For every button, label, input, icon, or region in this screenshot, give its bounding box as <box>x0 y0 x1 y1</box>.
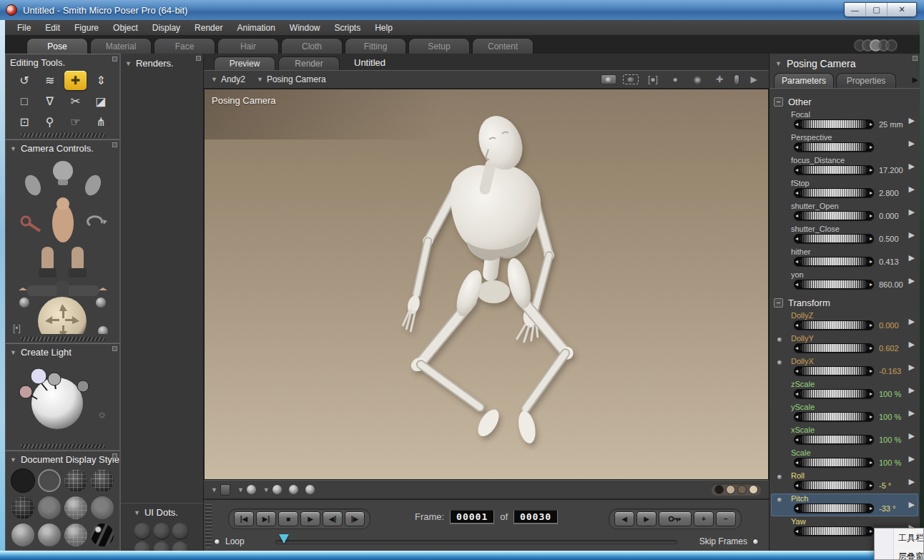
dial-right-arrow-icon[interactable]: ▸ <box>870 390 873 397</box>
panel-resize-handle[interactable] <box>21 337 105 341</box>
palette-overflow-arrow[interactable]: ▶ <box>913 75 918 84</box>
display-style-smooth-shaded[interactable] <box>38 524 61 546</box>
dial-right-arrow-icon[interactable]: ▸ <box>870 528 873 534</box>
menu-animation[interactable]: Animation <box>230 21 281 34</box>
dial-left-arrow-icon[interactable]: ◂ <box>795 368 798 374</box>
menu-help[interactable]: Help <box>368 21 399 34</box>
flash-camera-icon[interactable] <box>734 74 739 85</box>
more-icon[interactable]: ▶ <box>746 74 762 86</box>
collapse-triangle-icon[interactable]: ▼ <box>10 456 16 463</box>
menu-figure[interactable]: Figure <box>68 21 105 34</box>
ui-dot[interactable] <box>172 523 189 540</box>
parameter-menu-arrow[interactable]: ▶ <box>909 500 915 509</box>
dial-left-arrow-icon[interactable]: ◂ <box>795 482 798 488</box>
parameter-dial[interactable]: ◂▸ <box>794 211 874 220</box>
display-style-hidden-line[interactable] <box>91 469 114 492</box>
context-menu-item-toolbars[interactable]: 工具栏 <box>875 529 923 547</box>
dial-right-arrow-icon[interactable]: ▸ <box>870 281 873 288</box>
dial-right-arrow-icon[interactable]: ▸ <box>870 167 873 173</box>
dial-left-arrow-icon[interactable]: ◂ <box>795 144 798 150</box>
dial-right-arrow-icon[interactable]: ▸ <box>870 322 873 328</box>
parameter-menu-arrow[interactable]: ▶ <box>909 139 915 148</box>
dial-right-arrow-icon[interactable]: ▸ <box>870 482 873 488</box>
parameter-menu-arrow[interactable]: ▶ <box>909 363 915 372</box>
morphing-tool-tool[interactable]: ⋔ <box>89 112 112 132</box>
parameter-dial[interactable]: ◂▸ <box>794 366 874 375</box>
parameter-label[interactable]: hither <box>791 247 811 256</box>
background-swatch[interactable] <box>737 485 747 494</box>
parameter-label[interactable]: xScale <box>791 426 815 434</box>
twist-tool[interactable]: ≋ <box>39 71 62 90</box>
dial-left-arrow-icon[interactable]: ◂ <box>795 212 798 219</box>
direct-manipulation-tool[interactable]: ⚲ <box>39 112 62 132</box>
multi-ball-dropdown[interactable] <box>289 485 298 494</box>
dial-left-arrow-icon[interactable]: ◂ <box>795 235 798 242</box>
display-style-smooth-lined[interactable] <box>64 524 87 546</box>
parameter-menu-arrow[interactable]: ▶ <box>909 477 915 486</box>
move-camera-icon[interactable]: ✚ <box>712 74 727 86</box>
background-swatch[interactable] <box>726 485 735 494</box>
dial-left-arrow-icon[interactable]: ◂ <box>795 459 798 466</box>
parameter-label[interactable]: DollyX <box>791 357 814 365</box>
menu-render[interactable]: Render <box>188 21 229 34</box>
parameter-label[interactable]: Scale <box>791 448 811 457</box>
figure-selector[interactable]: ▼ Andy2 <box>211 74 245 84</box>
display-style-flat-lined[interactable] <box>64 496 87 519</box>
display-style-texture-shaded[interactable] <box>91 524 114 546</box>
scale-tool[interactable]: □ <box>13 92 36 111</box>
dial-right-arrow-icon[interactable]: ▸ <box>870 368 873 374</box>
parameter-menu-arrow[interactable]: ▶ <box>909 116 915 125</box>
timeline-thumb[interactable] <box>279 534 289 544</box>
parameter-label[interactable]: Roll <box>791 471 805 480</box>
panel-resize-handle[interactable] <box>21 133 105 137</box>
tab-hair[interactable]: Hair <box>217 38 279 54</box>
parameter-dial[interactable]: ◂▸ <box>794 257 874 266</box>
parameter-dial[interactable]: ◂▸ <box>794 165 874 175</box>
tab-face[interactable]: Face <box>154 38 215 54</box>
dial-right-arrow-icon[interactable]: ▸ <box>870 345 873 351</box>
parameter-label[interactable]: Perspective <box>791 133 832 142</box>
parameter-label[interactable]: shutter_Close <box>791 225 840 233</box>
parameter-dial[interactable]: ◂▸ <box>794 412 874 421</box>
ghost-ball-dropdown[interactable] <box>305 485 315 494</box>
tab-material[interactable]: Material <box>90 38 152 54</box>
dial-right-arrow-icon[interactable]: ▸ <box>870 258 873 265</box>
parameter-label[interactable]: yScale <box>791 403 815 411</box>
close-button[interactable]: ✕ <box>888 3 916 16</box>
rotate-tool[interactable]: ↺ <box>13 71 36 90</box>
timeline-slider[interactable] <box>275 540 677 544</box>
translate-pull-tool[interactable]: ✚ <box>64 71 87 90</box>
parameter-menu-arrow[interactable]: ▶ <box>909 207 915 217</box>
create-light-graphic[interactable]: ☼ <box>6 359 119 443</box>
grouping-tool[interactable]: ☞ <box>64 112 87 132</box>
parameter-menu-arrow[interactable]: ▶ <box>909 340 915 349</box>
parameter-dial[interactable]: ◂▸ <box>794 234 874 243</box>
previous-keyframe-button[interactable]: ◀ <box>614 511 634 526</box>
restore-button[interactable]: ▢ <box>866 3 888 16</box>
loop-toggle[interactable] <box>214 539 220 545</box>
doc-tab-preview[interactable]: Preview <box>214 57 275 70</box>
next-keyframe-button[interactable]: ▶ <box>637 511 657 526</box>
parameter-dial[interactable]: ◂▸ <box>794 458 874 467</box>
parameter-dial[interactable]: ◂▸ <box>794 280 874 289</box>
collapse-triangle-icon[interactable]: ▼ <box>134 509 140 516</box>
minimize-button[interactable]: — <box>845 3 866 16</box>
panel-grip-icon[interactable] <box>913 56 918 61</box>
background-swatch[interactable] <box>749 485 758 494</box>
parameter-label[interactable]: zScale <box>791 380 815 388</box>
parameter-dial[interactable]: ◂▸ <box>794 320 874 330</box>
tracking-mode-dropdown[interactable]: ▼ <box>263 485 282 494</box>
parameter-dial[interactable]: ◂▸ <box>794 503 874 513</box>
parameter-label[interactable]: shutter_Open <box>791 202 839 210</box>
parameter-menu-arrow[interactable]: ▶ <box>909 317 915 326</box>
camera-ball-select-icon[interactable]: [●] <box>645 74 661 86</box>
trackball-icon[interactable]: ◉ <box>689 74 705 86</box>
display-style-wireframe[interactable] <box>64 469 87 492</box>
context-menu-item-cascade[interactable]: 层叠窗口 <box>875 547 923 560</box>
display-style-lit-wireframe[interactable] <box>11 496 34 519</box>
dial-left-arrow-icon[interactable]: ◂ <box>795 258 798 265</box>
collapse-triangle-icon[interactable]: ▼ <box>10 349 16 356</box>
display-style-cartoon[interactable] <box>11 524 34 546</box>
parameter-dial[interactable]: ◂▸ <box>794 188 874 197</box>
collapse-triangle-icon[interactable]: ▼ <box>10 145 16 152</box>
